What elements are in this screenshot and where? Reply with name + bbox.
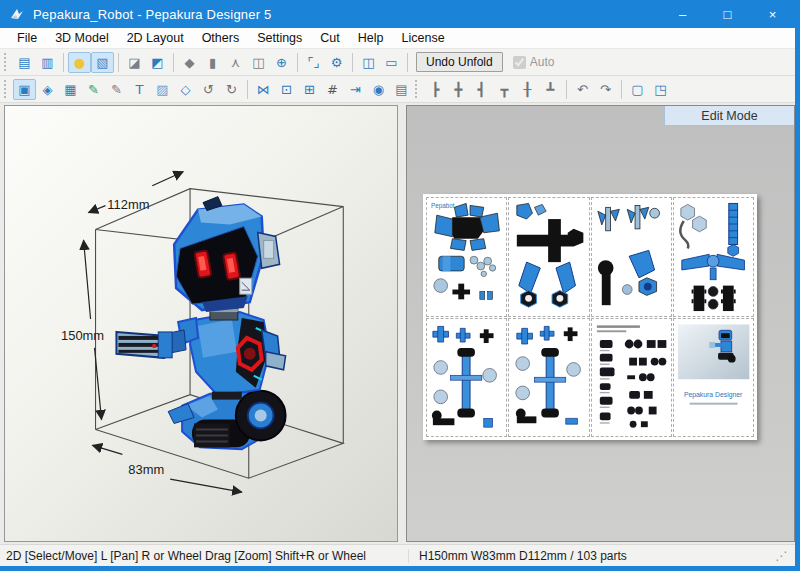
toggle-light-icon[interactable]: ● (68, 52, 91, 73)
toggle-texture-icon[interactable]: ▧ (91, 52, 114, 73)
toolbar-grip[interactable] (4, 53, 9, 71)
menu-bar: File3D Model2D LayoutOthersSettingsCutHe… (0, 28, 795, 49)
pattern-page-7[interactable] (591, 318, 672, 438)
minimize-button[interactable]: – (660, 0, 705, 28)
svg-text:Pepabot: Pepabot (431, 202, 455, 210)
toolbar-separator (118, 53, 119, 72)
select-move-icon[interactable]: ▣ (13, 79, 36, 100)
auto-unfold-checkbox-input[interactable] (513, 56, 526, 69)
pattern-page-6[interactable] (508, 318, 589, 438)
auto-unfold-checkbox-label: Auto (530, 55, 555, 69)
toolbar-grip[interactable] (415, 80, 420, 98)
fit-to-window-icon[interactable]: ⊡ (275, 79, 298, 100)
transform-parts-icon[interactable]: ◳ (649, 79, 672, 100)
selection-settings-icon[interactable]: ⚙ (325, 52, 348, 73)
toolbar-main: ▤▥●▧◪◩◆▮⋏◫⊕⌜⌟⚙◫▭Undo UnfoldAuto (0, 49, 795, 76)
title-bar[interactable]: Pepakura_Robot - Pepakura Designer 5 – □… (0, 0, 795, 28)
rotate-model-icon[interactable]: ◪ (123, 52, 146, 73)
status-model-info: H150mm W83mm D112mm / 103 parts (408, 549, 771, 563)
rotate-page-right-icon[interactable]: ↷ (594, 79, 617, 100)
svg-text:112mm: 112mm (107, 197, 149, 212)
shaded-display-icon[interactable]: ◆ (178, 52, 201, 73)
join-parts-icon[interactable]: ▦ (59, 79, 82, 100)
pattern-page-2[interactable] (508, 197, 589, 317)
select-rotate-part-icon[interactable]: ◩ (146, 52, 169, 73)
pattern-page-1[interactable]: Pepabot (426, 197, 507, 317)
mirror-model-icon[interactable]: ◫ (247, 52, 270, 73)
align-left-icon[interactable]: ┣ (424, 79, 447, 100)
align-middle-icon[interactable]: ╂ (516, 79, 539, 100)
dual-pane-layout-icon[interactable]: ◫ (357, 52, 380, 73)
insert-text-icon[interactable]: T (128, 79, 151, 100)
menu-item-file[interactable]: File (8, 29, 46, 47)
menu-item-cut[interactable]: Cut (311, 29, 348, 47)
save-file-icon[interactable]: ▥ (36, 52, 59, 73)
undo-icon[interactable]: ↺ (197, 79, 220, 100)
maximize-button[interactable]: □ (705, 0, 750, 28)
single-pane-layout-icon[interactable]: ▭ (380, 52, 403, 73)
app-window: Pepakura_Robot - Pepakura Designer 5 – □… (0, 0, 800, 571)
edge-color-pen-icon[interactable]: ✎ (82, 79, 105, 100)
toolbar-separator (566, 80, 567, 99)
rotate-page-left-icon[interactable]: ↶ (571, 79, 594, 100)
align-bottom-icon[interactable]: ┻ (539, 79, 562, 100)
page-number-icon[interactable]: # (321, 79, 344, 100)
dimension-depth: 112mm (89, 172, 184, 213)
close-button[interactable]: × (750, 0, 795, 28)
toolbar-grip[interactable] (4, 80, 9, 98)
group-parts-icon[interactable]: ▢ (626, 79, 649, 100)
toolbar-separator (621, 80, 622, 99)
align-right-icon[interactable]: ┫ (470, 79, 493, 100)
auto-layout-icon[interactable]: ⊞ (298, 79, 321, 100)
menu-item-license[interactable]: License (393, 29, 454, 47)
toolbar-separator (247, 80, 248, 99)
align-top-icon[interactable]: ┳ (493, 79, 516, 100)
divide-part-icon[interactable]: ◈ (36, 79, 59, 100)
edge-smoothing-icon[interactable]: ⊕ (270, 52, 293, 73)
3d-viewport[interactable]: 112mm 150mm 83mm (4, 105, 398, 542)
window-title: Pepakura_Robot - Pepakura Designer 5 (33, 7, 660, 22)
app-icon (9, 6, 25, 22)
toggle-3d-box-icon[interactable]: ◇ (174, 79, 197, 100)
insert-image-icon[interactable]: ▨ (151, 79, 174, 100)
status-bar: 2D [Select/Move] L [Pan] R or Wheel Drag… (0, 544, 795, 566)
main-split: 112mm 150mm 83mm (0, 103, 795, 544)
open-sheet-icon[interactable]: ⋈ (252, 79, 275, 100)
dimension-height: 150mm (61, 240, 104, 419)
2d-viewport[interactable]: Edit Mode Pepabot (406, 105, 795, 542)
resize-grip[interactable]: ⋰ (771, 549, 795, 563)
svg-text:83mm: 83mm (128, 462, 164, 477)
page-config-icon[interactable]: ◉ (367, 79, 390, 100)
edit-mode-label: Edit Mode (664, 106, 794, 126)
tripod-axis-icon[interactable]: ⋏ (224, 52, 247, 73)
move-to-page-icon[interactable]: ⇥ (344, 79, 367, 100)
toolbar-separator (63, 53, 64, 72)
toolbar-separator (352, 53, 353, 72)
menu-item-others[interactable]: Others (193, 29, 249, 47)
open-file-icon[interactable]: ▤ (13, 52, 36, 73)
menu-item-settings[interactable]: Settings (248, 29, 311, 47)
cylinder-display-icon[interactable]: ▮ (201, 52, 224, 73)
pattern-sheet: Pepabot (423, 194, 757, 440)
pattern-page-3[interactable] (591, 197, 672, 317)
selection-frame-icon[interactable]: ⌜⌟ (302, 52, 325, 73)
toolbar-separator (297, 53, 298, 72)
svg-text:150mm: 150mm (61, 328, 104, 343)
menu-item-2d-layout[interactable]: 2D Layout (118, 29, 193, 47)
auto-unfold-checkbox[interactable]: Auto (513, 55, 555, 69)
align-center-icon[interactable]: ╋ (447, 79, 470, 100)
redo-icon[interactable]: ↻ (220, 79, 243, 100)
toolbar-separator (173, 53, 174, 72)
undo-unfold-button[interactable]: Undo Unfold (416, 52, 503, 72)
status-hint: 2D [Select/Move] L [Pan] R or Wheel Drag… (0, 549, 408, 563)
flap-edit-icon[interactable]: ✎ (105, 79, 128, 100)
pattern-page-4[interactable] (673, 197, 754, 317)
svg-text:Pepakura Designer: Pepakura Designer (684, 390, 743, 398)
3d-scene: 112mm 150mm 83mm (5, 106, 397, 539)
toolbar-2d-tools: ▣◈▦✎✎T▨◇↺↻⋈⊡⊞#⇥◉▤┣╋┫┳╂┻↶↷▢◳ (0, 76, 795, 103)
menu-item-3d-model[interactable]: 3D Model (46, 29, 118, 47)
print-icon[interactable]: ▤ (390, 79, 413, 100)
pattern-page-5[interactable] (426, 318, 507, 438)
pattern-page-8[interactable]: Pepakura Designer (673, 318, 754, 438)
menu-item-help[interactable]: Help (349, 29, 393, 47)
